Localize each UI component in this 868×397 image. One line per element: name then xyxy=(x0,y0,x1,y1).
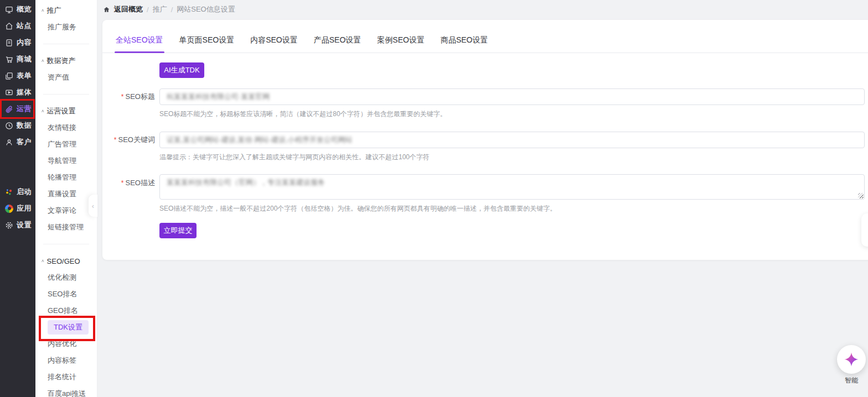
collapse-caret-icon: ∧ xyxy=(41,59,45,63)
rail-item-customer[interactable]: 客户 xyxy=(0,134,35,150)
rail-item-data[interactable]: 数据 xyxy=(0,117,35,134)
collapse-caret-icon: ∧ xyxy=(41,259,45,263)
collapse-caret-icon: ∧ xyxy=(41,109,45,113)
tab-sitewide-seo[interactable]: 全站SEO设置 xyxy=(115,31,164,53)
submenu-item-shortlink-management[interactable]: 短链接管理 xyxy=(35,219,97,236)
seo-keywords-help-text: 温馨提示：关键字可让您深入了解主题或关键字与网页内容的相关性。建议不超过100个… xyxy=(159,153,430,162)
seo-description-help-text: SEO描述不能为空，描述一般不超过200个字符（包括空格）为佳。确保您的所有网页… xyxy=(159,204,556,213)
rail-item-label: 应用 xyxy=(17,203,32,213)
submenu-divider xyxy=(43,94,89,95)
cart-icon xyxy=(5,55,13,64)
submenu-item-content-optimization[interactable]: 内容优化 xyxy=(35,336,97,352)
submenu-group-data-assets[interactable]: ∧ 数据资产 xyxy=(35,53,97,69)
submit-button[interactable]: 立即提交 xyxy=(159,223,197,238)
ai-sparkle-icon xyxy=(843,351,860,368)
submenu-divider xyxy=(43,244,89,244)
redacted-value: 某某某科技有限公司（官网），专注某某建设服务 xyxy=(167,177,325,187)
rail-item-overview[interactable]: 概览 xyxy=(0,1,35,18)
ai-generate-tdk-button[interactable]: AI生成TDK xyxy=(159,62,204,78)
tab-product-seo[interactable]: 产品SEO设置 xyxy=(313,31,363,53)
submenu-group-operations-settings[interactable]: ∧ 运营设置 xyxy=(35,103,97,119)
seo-title-label: *SEO标题 xyxy=(102,88,155,105)
group-header-label: SEO/GEO xyxy=(47,257,80,265)
submenu-item-tdk-settings[interactable]: TDK设置 xyxy=(35,319,97,336)
ai-assistant-label: 智能 xyxy=(837,376,866,385)
rail-item-content[interactable]: 内容 xyxy=(0,34,35,51)
required-mark: * xyxy=(121,93,124,101)
breadcrumb: 返回概览 / 推广 / 网站SEO信息设置 xyxy=(103,0,235,19)
submenu-item-ranking-stats[interactable]: 排名统计 xyxy=(35,369,97,385)
submenu-item-baidu-api-push[interactable]: 百度api推送 xyxy=(35,385,97,397)
rail-item-mall[interactable]: 商城 xyxy=(0,51,35,67)
left-rail: 概览 站点 内容 商城 表单 媒体 运营 数据 xyxy=(0,0,35,397)
paperclip-icon xyxy=(5,105,13,113)
form-icon xyxy=(5,72,13,80)
submenu-item-friend-links[interactable]: 友情链接 xyxy=(35,119,97,136)
group-header-label: 运营设置 xyxy=(47,106,76,116)
submenu-item-asset-value[interactable]: 资产值 xyxy=(35,69,97,86)
tab-bar: 全站SEO设置 单页面SEO设置 内容SEO设置 产品SEO设置 案例SEO设置… xyxy=(102,31,868,53)
rail-item-label: 客户 xyxy=(17,137,32,147)
submenu-item-optimization-check[interactable]: 优化检测 xyxy=(35,269,97,286)
submenu-group-seo-geo[interactable]: ∧ SEO/GEO xyxy=(35,253,97,269)
submenu-item-nav-management[interactable]: 导航管理 xyxy=(35,153,97,169)
monitor-icon xyxy=(5,6,13,14)
rail-item-operations[interactable]: 运营 xyxy=(0,101,35,117)
rail-item-label: 数据 xyxy=(17,121,32,130)
ai-assistant-button[interactable] xyxy=(837,345,866,374)
seo-keywords-input[interactable]: 证某,某公司网站-建设,某信·网站-建设,小程序开发公司网站 xyxy=(159,132,865,148)
rail-item-label: 概览 xyxy=(17,4,32,14)
apps-wheel-icon xyxy=(5,205,13,213)
submenu-item-article-comments[interactable]: 文章评论 xyxy=(35,202,97,219)
seo-description-textarea[interactable]: 某某某科技有限公司（官网），专注某某建设服务 xyxy=(159,174,865,200)
main-content: 返回概览 / 推广 / 网站SEO信息设置 全站SEO设置 单页面SEO设置 内… xyxy=(97,0,868,397)
tab-content-seo[interactable]: 内容SEO设置 xyxy=(249,31,299,53)
person-icon xyxy=(5,138,13,147)
breadcrumb-item-current: 网站SEO信息设置 xyxy=(177,4,235,14)
submenu-item-carousel-management[interactable]: 轮播管理 xyxy=(35,169,97,186)
redacted-value: 杭某某某科技有限公司·某某官网 xyxy=(167,92,270,102)
breadcrumb-item-promo[interactable]: 推广 xyxy=(153,4,167,14)
breadcrumb-separator: / xyxy=(171,6,173,14)
rail-item-form[interactable]: 表单 xyxy=(0,67,35,84)
breadcrumb-back-link[interactable]: 返回概览 xyxy=(114,4,143,14)
rail-item-label: 表单 xyxy=(17,71,32,81)
rail-item-label: 内容 xyxy=(17,38,32,48)
rail-item-site[interactable]: 站点 xyxy=(0,18,35,34)
submenu-divider xyxy=(43,44,89,44)
home-icon xyxy=(103,6,110,13)
home-icon xyxy=(5,22,13,30)
breadcrumb-separator: / xyxy=(147,6,149,14)
tab-singlepage-seo[interactable]: 单页面SEO设置 xyxy=(178,31,236,53)
clock-icon xyxy=(5,122,13,130)
floating-side-panel-partial[interactable] xyxy=(861,213,868,247)
submenu-item-live-settings[interactable]: 直播设置 xyxy=(35,186,97,202)
group-header-label: 数据资产 xyxy=(47,56,76,66)
launch-dots-icon xyxy=(5,188,13,196)
submenu-item-geo-ranking[interactable]: GEO排名 xyxy=(35,302,97,319)
rail-item-media[interactable]: 媒体 xyxy=(0,84,35,101)
seo-keywords-label: *SEO关键词 xyxy=(102,132,155,148)
redacted-value: 证某,某公司网站-建设,某信·网站-建设,小程序开发公司网站 xyxy=(167,135,353,145)
submenu-item-content-tags[interactable]: 内容标签 xyxy=(35,352,97,369)
rail-item-label: 商城 xyxy=(17,54,32,64)
seo-title-help-text: SEO标题不能为空，标题标签应该清晰，简洁（建议不超过80个字符）并包含您最重要… xyxy=(159,109,447,119)
required-mark: * xyxy=(114,136,117,144)
submenu-item-promo-service[interactable]: 推广服务 xyxy=(35,19,97,35)
rail-item-launch[interactable]: 启动 xyxy=(0,184,35,200)
tab-case-seo[interactable]: 案例SEO设置 xyxy=(376,31,426,53)
seo-title-input[interactable]: 杭某某某科技有限公司·某某官网 xyxy=(159,88,865,105)
submenu-group-promo[interactable]: ∧ 推广 xyxy=(35,2,97,19)
sidebar-collapse-handle[interactable]: ‹ xyxy=(89,195,97,217)
submenu-item-ad-management[interactable]: 广告管理 xyxy=(35,136,97,153)
rail-item-label: 站点 xyxy=(17,21,32,31)
submenu-item-seo-ranking[interactable]: SEO排名 xyxy=(35,286,97,302)
rail-item-apps[interactable]: 应用 xyxy=(0,200,35,217)
tab-goods-seo[interactable]: 商品SEO设置 xyxy=(440,31,489,53)
required-mark: * xyxy=(121,179,124,187)
rail-item-label: 媒体 xyxy=(17,87,32,97)
rail-item-settings[interactable]: 设置 xyxy=(0,217,35,233)
rail-item-label: 设置 xyxy=(17,220,32,230)
rail-item-label: 运营 xyxy=(17,104,32,114)
gear-icon xyxy=(5,221,13,229)
